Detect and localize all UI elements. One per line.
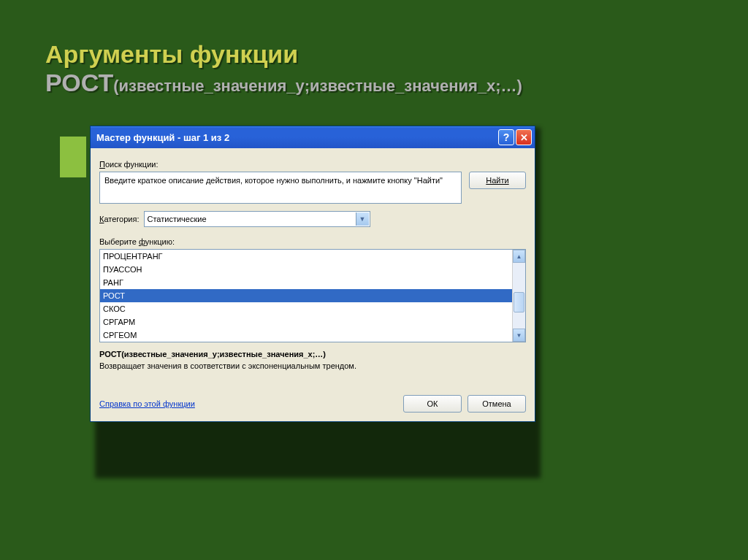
help-link[interactable]: Справка по этой функции (99, 399, 397, 408)
function-description: Возвращает значения в соответствии с экс… (99, 361, 526, 370)
slide-title: Аргументы функции РОСТ(известные_значени… (45, 40, 703, 97)
select-function-label: Выберите функцию: (99, 237, 526, 246)
close-icon[interactable]: ✕ (516, 129, 532, 145)
chevron-down-icon[interactable]: ▼ (356, 212, 369, 226)
list-item[interactable]: РОСТ (100, 289, 512, 302)
search-input[interactable]: Введите краткое описание действия, котор… (99, 172, 462, 204)
scroll-track[interactable] (513, 263, 525, 329)
category-select[interactable]: Статистические ▼ (144, 211, 370, 227)
cancel-button[interactable]: Отмена (468, 395, 526, 413)
title-line2: РОСТ(известные_значения_y;известные_знач… (45, 69, 703, 97)
list-item[interactable]: СКОС (100, 302, 512, 315)
list-item[interactable]: СРГАРМ (100, 315, 512, 329)
list-item[interactable]: СРГЕОМ (100, 329, 512, 342)
list-item[interactable]: ПУАССОН (100, 263, 512, 276)
function-signature: РОСТ(известные_значения_y;известные_знач… (99, 350, 526, 358)
scroll-down-icon[interactable]: ▼ (513, 329, 525, 342)
title-line1: Аргументы функции (45, 40, 703, 69)
dialog-title: Мастер функций - шаг 1 из 2 (96, 132, 497, 143)
function-listbox[interactable]: ПРОЦЕНТРАНГПУАССОНРАНГРОСТСКОССРГАРМСРГЕ… (99, 249, 526, 342)
title-args: (известные_значения_y;известные_значения… (113, 77, 522, 95)
category-label: Категория: (99, 215, 140, 223)
title-fn: РОСТ (45, 69, 113, 96)
help-icon[interactable]: ? (498, 129, 514, 145)
scroll-thumb[interactable] (514, 292, 524, 312)
scrollbar[interactable]: ▲ ▼ (512, 250, 525, 342)
function-wizard-dialog: Мастер функций - шаг 1 из 2 ? ✕ Поиск фу… (90, 126, 535, 422)
scroll-up-icon[interactable]: ▲ (513, 250, 525, 263)
dialog-body: Поиск функции: Введите краткое описание … (91, 148, 535, 421)
titlebar[interactable]: Мастер функций - шаг 1 из 2 ? ✕ (91, 126, 535, 148)
slide-decoration (58, 135, 88, 179)
list-item[interactable]: РАНГ (100, 276, 512, 289)
find-button[interactable]: Найти (469, 172, 526, 189)
search-label: Поиск функции: (99, 160, 526, 169)
list-item[interactable]: ПРОЦЕНТРАНГ (100, 250, 512, 263)
ok-button[interactable]: ОК (403, 395, 462, 413)
category-value: Статистические (148, 215, 207, 223)
